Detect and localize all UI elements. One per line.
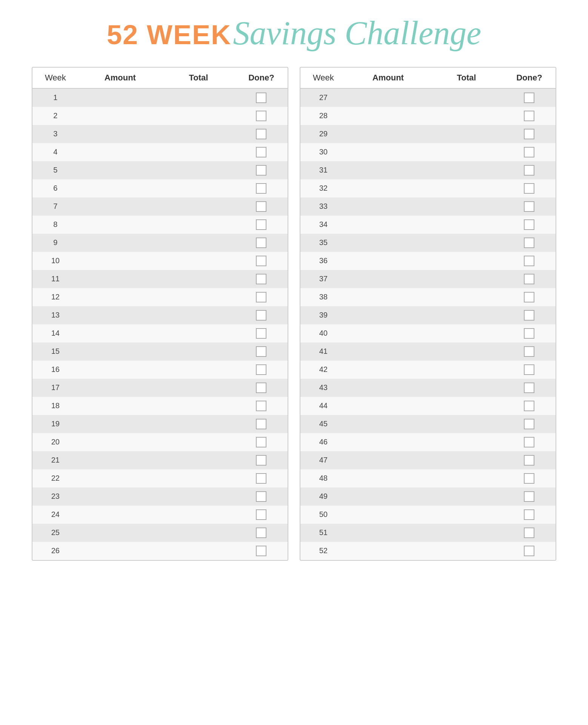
week-cell: 23 <box>32 487 79 506</box>
checkbox[interactable] <box>256 129 266 139</box>
checkbox[interactable] <box>256 256 266 266</box>
right-col-amount: Amount <box>346 68 430 88</box>
checkbox[interactable] <box>256 201 266 212</box>
checkbox[interactable] <box>524 419 534 429</box>
done-cell <box>235 197 288 216</box>
done-cell <box>235 397 288 415</box>
total-cell <box>430 397 503 415</box>
checkbox[interactable] <box>256 401 266 411</box>
checkbox[interactable] <box>524 219 534 230</box>
amount-cell <box>79 179 162 197</box>
week-cell: 35 <box>300 234 346 252</box>
checkbox[interactable] <box>256 274 266 284</box>
checkbox[interactable] <box>256 419 266 429</box>
week-cell: 3 <box>32 125 79 143</box>
total-cell <box>162 361 235 379</box>
total-cell <box>430 252 503 270</box>
checkbox[interactable] <box>256 292 266 302</box>
checkbox[interactable] <box>256 111 266 121</box>
table-row: 8 <box>32 216 288 234</box>
amount-cell <box>346 161 430 179</box>
amount-cell <box>79 161 162 179</box>
checkbox[interactable] <box>256 310 266 321</box>
amount-cell <box>346 252 430 270</box>
checkbox[interactable] <box>524 183 534 194</box>
checkbox[interactable] <box>256 165 266 176</box>
amount-cell <box>79 542 162 560</box>
left-table-body: 1 2 3 <box>32 88 288 560</box>
table-row: 17 <box>32 379 288 397</box>
checkbox[interactable] <box>524 437 534 447</box>
checkbox[interactable] <box>524 256 534 266</box>
checkbox[interactable] <box>524 201 534 212</box>
checkbox[interactable] <box>524 111 534 121</box>
checkbox[interactable] <box>256 346 266 357</box>
checkbox[interactable] <box>524 364 534 375</box>
amount-cell <box>79 379 162 397</box>
checkbox[interactable] <box>524 455 534 466</box>
checkbox[interactable] <box>256 437 266 447</box>
amount-cell <box>79 197 162 216</box>
checkbox[interactable] <box>256 491 266 502</box>
done-cell <box>235 342 288 361</box>
checkbox[interactable] <box>524 310 534 321</box>
right-col-done: Done? <box>503 68 556 88</box>
checkbox[interactable] <box>524 165 534 176</box>
checkbox[interactable] <box>256 219 266 230</box>
checkbox[interactable] <box>524 509 534 520</box>
table-row: 3 <box>32 125 288 143</box>
table-row: 52 <box>300 542 556 560</box>
checkbox[interactable] <box>524 346 534 357</box>
amount-cell <box>346 342 430 361</box>
amount-cell <box>346 397 430 415</box>
table-row: 25 <box>32 524 288 542</box>
week-cell: 7 <box>32 197 79 216</box>
total-cell <box>162 234 235 252</box>
checkbox[interactable] <box>524 292 534 302</box>
checkbox[interactable] <box>256 238 266 248</box>
checkbox[interactable] <box>524 93 534 103</box>
checkbox[interactable] <box>524 129 534 139</box>
done-cell <box>235 379 288 397</box>
table-row: 37 <box>300 270 556 288</box>
checkbox[interactable] <box>256 147 266 157</box>
checkbox[interactable] <box>524 401 534 411</box>
done-cell <box>503 487 556 506</box>
checkbox[interactable] <box>256 183 266 194</box>
checkbox[interactable] <box>256 383 266 393</box>
checkbox[interactable] <box>524 491 534 502</box>
done-cell <box>235 361 288 379</box>
total-cell <box>430 143 503 161</box>
amount-cell <box>79 234 162 252</box>
checkbox[interactable] <box>524 383 534 393</box>
checkbox[interactable] <box>256 546 266 556</box>
checkbox[interactable] <box>256 364 266 375</box>
checkbox[interactable] <box>256 328 266 339</box>
total-cell <box>430 125 503 143</box>
checkbox[interactable] <box>524 274 534 284</box>
done-cell <box>503 234 556 252</box>
checkbox[interactable] <box>256 455 266 466</box>
amount-cell <box>79 216 162 234</box>
week-cell: 15 <box>32 342 79 361</box>
checkbox[interactable] <box>524 328 534 339</box>
checkbox[interactable] <box>524 238 534 248</box>
done-cell <box>235 161 288 179</box>
checkbox[interactable] <box>524 528 534 538</box>
checkbox[interactable] <box>524 473 534 484</box>
table-row: 40 <box>300 324 556 342</box>
total-cell <box>430 342 503 361</box>
done-cell <box>503 433 556 451</box>
done-cell <box>235 125 288 143</box>
checkbox[interactable] <box>524 147 534 157</box>
week-cell: 27 <box>300 88 346 107</box>
total-cell <box>430 288 503 306</box>
checkbox[interactable] <box>256 528 266 538</box>
checkbox[interactable] <box>256 93 266 103</box>
checkbox[interactable] <box>256 473 266 484</box>
done-cell <box>503 288 556 306</box>
checkbox[interactable] <box>524 546 534 556</box>
checkbox[interactable] <box>256 509 266 520</box>
amount-cell <box>79 143 162 161</box>
amount-cell <box>79 415 162 433</box>
